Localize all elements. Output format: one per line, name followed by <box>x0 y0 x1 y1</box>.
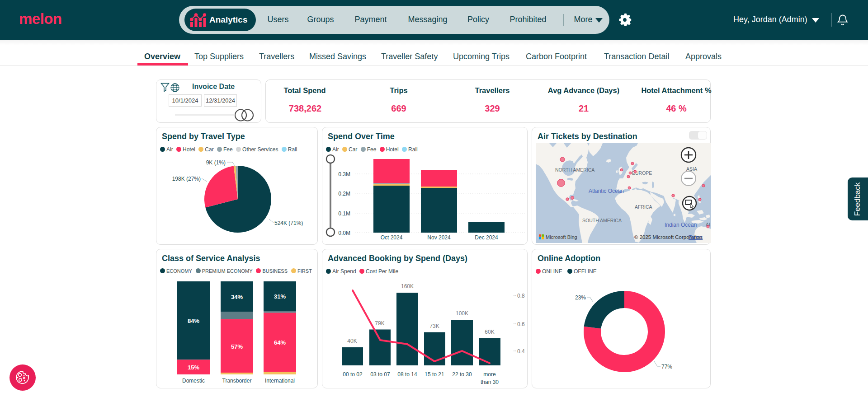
svg-text:15%: 15% <box>188 364 199 371</box>
svg-text:00 to 02: 00 to 02 <box>343 371 363 378</box>
svg-text:International: International <box>265 378 295 384</box>
svg-text:0.4: 0.4 <box>517 348 525 355</box>
svg-text:84%: 84% <box>188 318 199 324</box>
svg-text:60K: 60K <box>485 329 494 335</box>
svg-text:Nov 2024: Nov 2024 <box>427 234 451 241</box>
svg-text:79K: 79K <box>375 320 384 327</box>
svg-text:0.2M: 0.2M <box>338 191 350 197</box>
svg-text:Indian Ocean: Indian Ocean <box>665 222 697 228</box>
svg-text:08 to 14: 08 to 14 <box>397 371 417 378</box>
svg-text:0.6: 0.6 <box>517 321 525 327</box>
svg-text:Dec 2024: Dec 2024 <box>475 234 498 241</box>
svg-text:34%: 34% <box>231 294 243 300</box>
svg-text:22 to 30: 22 to 30 <box>452 371 472 378</box>
svg-text:Terms: Terms <box>689 234 703 240</box>
svg-text:0.0M: 0.0M <box>338 230 350 236</box>
svg-text:57%: 57% <box>231 343 243 350</box>
svg-text:15 to 21: 15 to 21 <box>425 371 444 378</box>
svg-text:100K: 100K <box>456 310 468 317</box>
svg-text:than 30: than 30 <box>481 379 499 385</box>
svg-text:77%: 77% <box>661 364 672 370</box>
svg-text:Atlantic Ocean: Atlantic Ocean <box>589 188 624 194</box>
svg-text:524K (71%): 524K (71%) <box>274 220 303 226</box>
svg-text:Oct 2024: Oct 2024 <box>381 234 403 241</box>
svg-text:03 to 07: 03 to 07 <box>370 371 390 378</box>
svg-text:40K: 40K <box>347 338 357 344</box>
svg-text:0.3M: 0.3M <box>338 171 350 177</box>
svg-text:73K: 73K <box>429 323 439 329</box>
svg-text:Domestic: Domestic <box>182 378 205 384</box>
svg-text:AFRICA: AFRICA <box>635 204 652 210</box>
svg-text:more: more <box>483 371 496 378</box>
svg-text:23%: 23% <box>575 294 586 301</box>
svg-text:31%: 31% <box>274 293 286 300</box>
svg-text:198K (27%): 198K (27%) <box>172 176 201 182</box>
svg-text:Microsoft Bing: Microsoft Bing <box>546 234 577 240</box>
svg-text:Transborder: Transborder <box>222 378 252 384</box>
svg-text:SOUTH AMERICA: SOUTH AMERICA <box>582 218 622 223</box>
svg-text:0.8: 0.8 <box>517 293 525 299</box>
svg-text:64%: 64% <box>274 339 286 346</box>
svg-text:0.1M: 0.1M <box>338 210 350 217</box>
svg-text:NORTH AMERICA: NORTH AMERICA <box>555 167 594 173</box>
svg-text:160K: 160K <box>401 283 414 290</box>
svg-text:9K (1%): 9K (1%) <box>206 159 226 166</box>
